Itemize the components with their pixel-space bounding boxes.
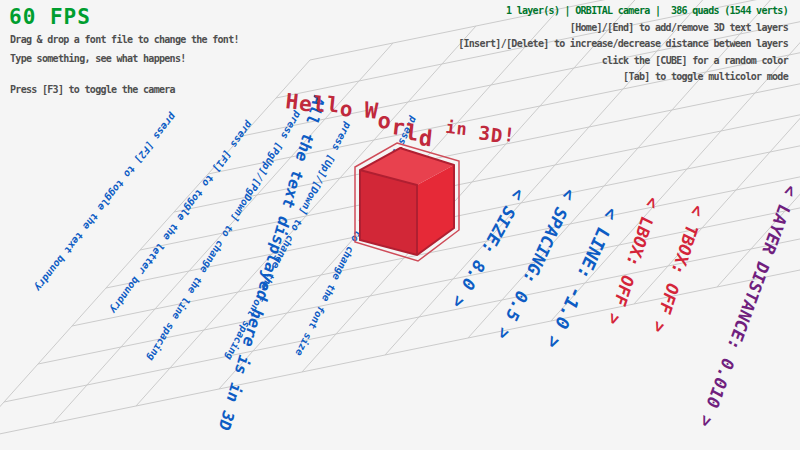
fps-counter: 60 FPS: [9, 5, 91, 29]
title-letter: D: [490, 126, 503, 146]
title-letter: d: [418, 127, 433, 150]
hint-multicolor: [Tab] to toggle multicolor mode: [458, 71, 788, 82]
title-letter: i: [445, 119, 457, 137]
title-letter: e: [298, 93, 313, 115]
hint-drag-drop-font: Drag & drop a font file to change the fo…: [10, 34, 239, 45]
title-letter: !: [502, 125, 515, 145]
red-cube[interactable]: [342, 140, 472, 270]
status-line: 1 layer(s) | ORBITAL camera | 386 quads …: [458, 5, 788, 16]
hint-layers: [Home]/[End] to add/remove 3D text layer…: [458, 22, 788, 33]
title-letter: 3: [478, 123, 491, 143]
hint-layer-distance: [Insert]/[Delete] to increase/decrease d…: [458, 38, 788, 49]
title-letter: l: [326, 94, 341, 116]
title-letter: l: [312, 94, 327, 116]
title-letter: r: [390, 116, 405, 139]
hint-type-something: Type something, see what happens!: [10, 53, 186, 64]
title-letter: l: [404, 122, 419, 145]
hint-toggle-camera: Press [F3] to toggle the camera: [10, 84, 175, 95]
3d-text-demo-viewport[interactable]: press [F2] to toggle the text boundry pr…: [0, 0, 800, 450]
title-letter: [435, 111, 447, 128]
title-letter: n: [456, 120, 468, 138]
title-letter: o: [377, 110, 392, 133]
hint-cube-color: click the [CUBE] for a random color: [458, 55, 788, 66]
title-letter: H: [285, 91, 300, 113]
title-letter: o: [339, 99, 354, 121]
title-letter: [468, 114, 480, 131]
title-letter: [353, 102, 365, 119]
title-letter: W: [363, 99, 378, 122]
